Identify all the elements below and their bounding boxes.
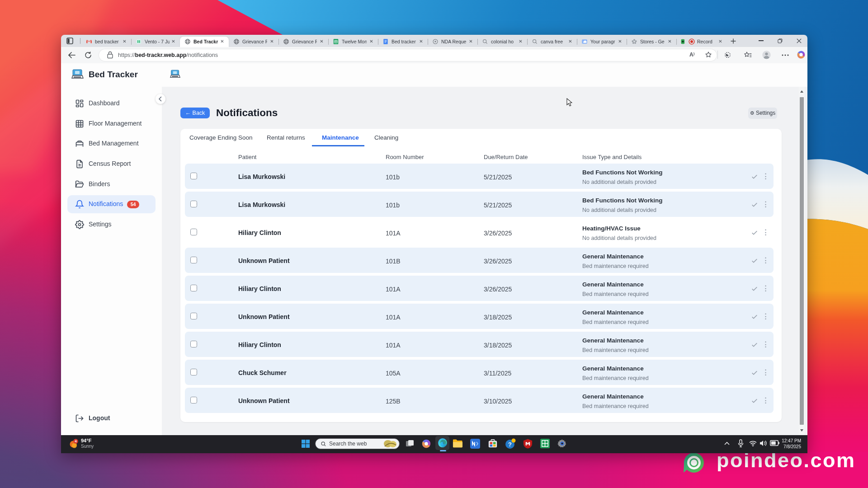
svg-text:4: 4 xyxy=(75,439,77,443)
svg-text:?: ? xyxy=(508,441,512,448)
svg-text:poindeo.com: poindeo.com xyxy=(717,452,856,472)
